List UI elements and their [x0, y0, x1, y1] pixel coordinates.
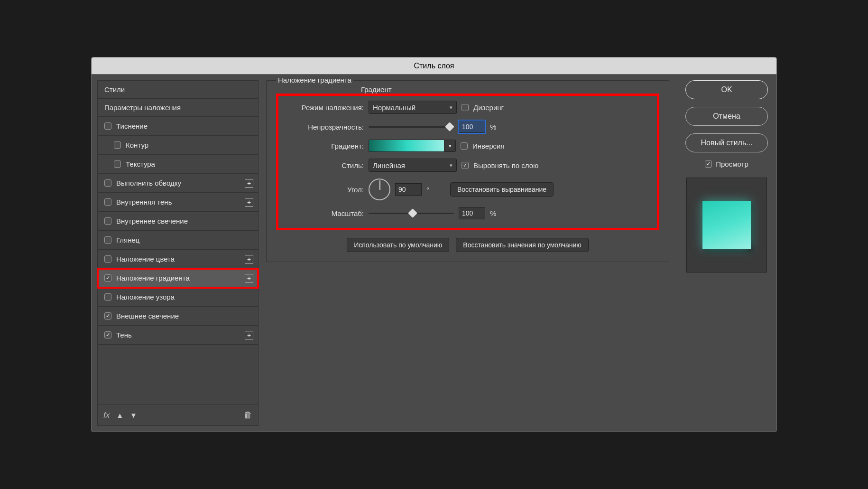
- style-list: ТиснениеКонтурТекстураВыполнить обводку+…: [98, 117, 258, 404]
- style-item-6[interactable]: Глянец: [98, 231, 258, 250]
- styles-sidebar: Стили Параметры наложения ТиснениеКонтур…: [97, 80, 259, 426]
- params-highlight-box: Режим наложения: Нормальный ▾ Дизеринг Н…: [276, 94, 659, 230]
- align-checkbox[interactable]: [462, 162, 469, 169]
- gradient-dropdown-icon[interactable]: ▾: [444, 140, 456, 152]
- style-item-label: Внешнее свечение: [116, 312, 179, 320]
- arrow-up-icon[interactable]: ▲: [116, 411, 123, 419]
- style-item-4[interactable]: Внутренняя тень+: [98, 193, 258, 212]
- opacity-input[interactable]: [459, 121, 485, 133]
- add-effect-icon[interactable]: +: [245, 274, 253, 282]
- blend-mode-select[interactable]: Нормальный ▾: [369, 101, 457, 114]
- opacity-label: Непрозрачность:: [285, 123, 364, 131]
- style-checkbox[interactable]: [114, 160, 121, 168]
- layer-style-dialog: Стиль слоя Стили Параметры наложения Тис…: [91, 57, 777, 432]
- style-item-5[interactable]: Внутреннее свечение: [98, 212, 258, 231]
- align-label: Выровнять по слою: [473, 161, 538, 169]
- right-column: OK Отмена Новый стиль... Просмотр: [677, 75, 776, 432]
- style-item-label: Тень: [116, 331, 132, 339]
- reset-default-button[interactable]: Восстановить значения по умолчанию: [456, 238, 588, 252]
- style-item-11[interactable]: Тень+: [98, 326, 258, 345]
- style-checkbox[interactable]: [104, 331, 111, 339]
- style-item-label: Наложение узора: [116, 293, 175, 301]
- chevron-down-icon: ▾: [450, 162, 452, 169]
- style-select[interactable]: Линейная ▾: [369, 159, 457, 172]
- angle-input[interactable]: [395, 183, 422, 196]
- main-panel: Наложение градиента Градиент Режим налож…: [259, 75, 677, 432]
- cancel-button[interactable]: Отмена: [685, 107, 768, 126]
- scale-label: Масштаб:: [285, 209, 364, 217]
- sidebar-header-styles[interactable]: Стили: [98, 81, 258, 99]
- style-item-8[interactable]: Наложение градиента+: [98, 269, 258, 288]
- sidebar-blending-options[interactable]: Параметры наложения: [98, 99, 258, 117]
- add-effect-icon[interactable]: +: [245, 331, 253, 339]
- panel-title: Наложение градиента: [276, 76, 353, 84]
- style-item-label: Тиснение: [116, 122, 148, 130]
- style-item-9[interactable]: Наложение узора: [98, 288, 258, 307]
- dialog-content: Стили Параметры наложения ТиснениеКонтур…: [92, 75, 776, 432]
- gradient-label: Градиент:: [285, 142, 364, 150]
- scale-input[interactable]: [459, 207, 485, 219]
- preview-label: Просмотр: [716, 160, 748, 168]
- style-checkbox[interactable]: [104, 236, 111, 244]
- angle-label: Угол:: [285, 186, 364, 194]
- trash-icon[interactable]: 🗑: [244, 410, 252, 420]
- add-effect-icon[interactable]: +: [245, 198, 253, 207]
- style-checkbox[interactable]: [104, 312, 111, 320]
- style-checkbox[interactable]: [104, 217, 111, 225]
- style-label: Стиль:: [285, 161, 364, 169]
- style-item-label: Наложение градиента: [116, 274, 190, 282]
- preview-swatch: [702, 201, 751, 249]
- dialog-title: Стиль слоя: [92, 57, 776, 75]
- reverse-label: Инверсия: [472, 142, 505, 150]
- scale-slider[interactable]: [369, 208, 454, 218]
- preview-checkbox[interactable]: [705, 160, 712, 168]
- blend-mode-label: Режим наложения:: [285, 103, 364, 112]
- style-checkbox[interactable]: [114, 141, 121, 149]
- angle-unit: °: [426, 186, 429, 194]
- style-item-label: Текстура: [126, 160, 155, 168]
- style-item-label: Внутреннее свечение: [116, 217, 188, 225]
- make-default-button[interactable]: Использовать по умолчанию: [347, 238, 449, 252]
- style-checkbox[interactable]: [104, 274, 111, 282]
- style-item-label: Глянец: [116, 236, 139, 244]
- sidebar-footer: fx ▲ ▼ 🗑: [98, 404, 258, 425]
- angle-dial[interactable]: [369, 179, 390, 200]
- gradient-picker[interactable]: ▾: [369, 140, 456, 152]
- opacity-slider[interactable]: [369, 122, 454, 132]
- blend-mode-value: Нормальный: [373, 103, 416, 112]
- section-title: Градиент: [359, 85, 394, 94]
- style-item-7[interactable]: Наложение цвета+: [98, 250, 258, 269]
- add-effect-icon[interactable]: +: [245, 179, 253, 188]
- new-style-button[interactable]: Новый стиль...: [685, 133, 768, 152]
- style-checkbox[interactable]: [104, 198, 111, 206]
- arrow-down-icon[interactable]: ▼: [130, 411, 137, 419]
- style-checkbox[interactable]: [104, 122, 111, 130]
- style-item-1[interactable]: Контур: [98, 136, 258, 155]
- fx-icon[interactable]: fx: [103, 411, 110, 420]
- reverse-checkbox[interactable]: [461, 142, 468, 150]
- style-item-label: Наложение цвета: [116, 255, 175, 263]
- style-item-2[interactable]: Текстура: [98, 155, 258, 174]
- reset-alignment-button[interactable]: Восстановить выравнивание: [450, 182, 554, 197]
- preview-box: [686, 178, 767, 273]
- dither-label: Дизеринг: [473, 103, 504, 112]
- ok-button[interactable]: OK: [685, 80, 768, 99]
- style-checkbox[interactable]: [104, 255, 111, 263]
- gradient-overlay-fieldset: Наложение градиента Градиент Режим налож…: [266, 80, 669, 262]
- style-item-0[interactable]: Тиснение: [98, 117, 258, 136]
- style-item-10[interactable]: Внешнее свечение: [98, 307, 258, 326]
- style-item-label: Контур: [126, 141, 148, 149]
- style-checkbox[interactable]: [104, 293, 111, 301]
- style-item-3[interactable]: Выполнить обводку+: [98, 174, 258, 193]
- add-effect-icon[interactable]: +: [245, 255, 253, 263]
- opacity-unit: %: [490, 123, 496, 131]
- style-value: Линейная: [373, 161, 405, 169]
- style-item-label: Внутренняя тень: [116, 198, 172, 206]
- scale-unit: %: [490, 209, 496, 217]
- chevron-down-icon: ▾: [450, 104, 452, 111]
- dither-checkbox[interactable]: [462, 104, 469, 111]
- gradient-swatch[interactable]: [369, 140, 444, 152]
- style-checkbox[interactable]: [104, 179, 111, 187]
- style-item-label: Выполнить обводку: [116, 179, 181, 187]
